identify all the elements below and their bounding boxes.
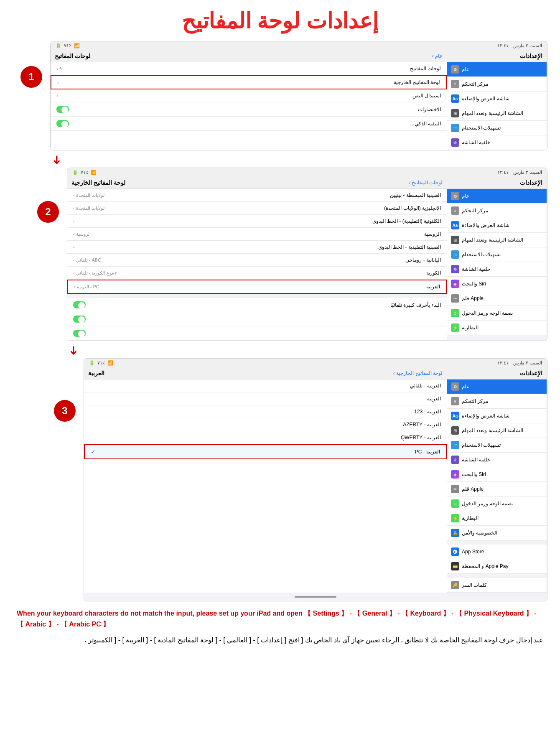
chinese-traditional-row[interactable]: الصينية التقليدية - الخط البدوي › (67, 241, 447, 254)
auto-caps-toggle[interactable] (73, 301, 86, 308)
settings-item-access-2[interactable]: تسهيلات الاستخدام ☜ (447, 247, 547, 262)
settings-item-home-2[interactable]: الشاشة الرئيسية وتعدد المهام ⊞ (447, 233, 547, 247)
toggle-row-3[interactable] (67, 326, 447, 341)
annotation-2: 2 ➔ (29, 168, 67, 217)
aa-icon-1: Aa (451, 94, 459, 103)
shortcuts-row-1[interactable]: الاختصارات (51, 102, 447, 117)
external-keyboard-row-1[interactable]: لوحة المفاتيح الخارجية › (51, 75, 447, 89)
settings-item-home-1[interactable]: الشاشة الرئيسية وتعدد المهام ⊞ (447, 106, 547, 121)
settings-item-pencil-3[interactable]: Apple قلم ✏ (447, 482, 547, 496)
annotation-1: 1 ➔ (13, 41, 50, 84)
settings-item-privacy-3[interactable]: الخصوصية والأمن 🔒 (447, 526, 547, 540)
keyboards-row-1[interactable]: لوحات المفاتيح ٩ › (51, 62, 447, 75)
flower-icon-2: ❊ (451, 265, 459, 273)
nav-back-1[interactable]: عام › (432, 53, 443, 59)
arabic-auto-row[interactable]: العربية - تلقائي (84, 379, 447, 392)
arabic-123-row[interactable]: العربية - 123 (84, 405, 447, 418)
settings-item-general-3[interactable]: عام ⚙ (447, 379, 547, 394)
japanese-row[interactable]: اليابانية - روماجي ABC - تلقائي › (67, 254, 447, 267)
panel-row-3: 3 ➔ 🔋 ٧١٪ 📶 السبت ٢ مارس ١٢:٤١ (13, 358, 547, 601)
text-replace-row-1[interactable]: استبدال النص › (51, 89, 447, 102)
grid-icon-1: ⊞ (451, 109, 459, 117)
chinese-simplified-row[interactable]: الصينية المبسطة - بينيين الولايات المتحد… (67, 189, 447, 202)
checkmark-icon-3: ✓ (91, 448, 96, 455)
toggle-2[interactable] (73, 316, 86, 323)
settings-item-battery-3[interactable]: البطارية ⚡ (447, 511, 547, 526)
aa-icon-2: Aa (451, 221, 459, 229)
arabic-panel-3: لوحة المفاتيح الخارجية › العربية العربية… (84, 367, 447, 593)
arabic-header-3: لوحة المفاتيح الخارجية › العربية (84, 367, 447, 379)
settings-item-key-3[interactable]: كلمات السر 🔑 (447, 578, 547, 593)
auto-caps-row[interactable]: البدء بأحرف كبيرة تلقائيًا (67, 298, 447, 312)
panel-row-1: 1 ➔ 🔋 ٧١٪ 📶 السبت ٢ مارس ١٢:٤١ (13, 41, 547, 150)
settings-item-home-3[interactable]: الشاشة الرئيسية وتعدد المهام ⊞ (447, 423, 547, 438)
nav-back-arabic-3[interactable]: لوحة المفاتيح الخارجية › (393, 370, 443, 376)
settings-item-control-1[interactable]: مركز التحكم ≡ (447, 77, 547, 92)
external-keyboard-chevron-1: › (57, 80, 59, 85)
settings-sidebar-1: الإعدادات عام ⚙ مركز التحكم ≡ شاشة العرض… (447, 50, 547, 150)
settings-item-access-1[interactable]: تسهيلات الاستخدام ☜ (447, 121, 547, 135)
siri-icon-2: ◈ (451, 280, 459, 288)
settings-item-control-3[interactable]: مركز التحكم ≡ (447, 394, 547, 409)
settings-item-wallpaper-3[interactable]: خلفية الشاشة ❊ (447, 453, 547, 467)
settings-item-display-1[interactable]: شاشة العرض والإضاءة Aa (447, 92, 547, 106)
toggle-3[interactable] (73, 330, 86, 337)
shortcuts-toggle-1[interactable] (56, 106, 69, 113)
settings-item-access-3[interactable]: تسهيلات الاستخدام ☜ (447, 438, 547, 453)
external-keyboard-label-1: لوحة المفاتيح الخارجية (394, 79, 440, 85)
pencil-icon-2: ✏ (451, 294, 459, 303)
korean-row[interactable]: الكورية ٢-نوع الكورية - تلقائي › (67, 267, 447, 280)
settings-item-pencil-2[interactable]: Apple قلم ✏ (447, 291, 547, 306)
settings-item-siri-2[interactable]: Siri والبحث ◈ (447, 277, 547, 291)
ext-keyboard-header-2: لوحات المفاتيح › لوحة المفاتيح الخارجية (67, 177, 447, 189)
arabic-plain-row[interactable]: العربية (84, 392, 447, 405)
arabic-qwerty-row[interactable]: العربية - QWERTY (84, 431, 447, 444)
scroll-bar (295, 596, 336, 598)
nav-back-ext-2[interactable]: لوحات المفاتيح › (408, 180, 443, 186)
arrow-between-1-2: ➔ (13, 153, 547, 167)
autocorrect-toggle-1[interactable] (56, 120, 69, 127)
sidebar-gap-3 (447, 540, 547, 545)
screen-layout-1: الإعدادات عام ⚙ مركز التحكم ≡ شاشة العرض… (51, 50, 547, 150)
step-badge-1: 1 (20, 66, 42, 88)
english-us-row[interactable]: الإنجليزية (الولايات المتحدة) الولايات ا… (67, 202, 447, 215)
arabic-row-2[interactable]: العربية PC - العربية › (67, 280, 447, 294)
status-bar-1: 🔋 ٧١٪ 📶 السبت ٢ مارس ١٢:٤١ (51, 41, 547, 50)
external-keyboard-panel-2: لوحات المفاتيح › لوحة المفاتيح الخارجية … (67, 177, 447, 341)
status-right: 🔋 ٧١٪ 📶 (56, 43, 80, 48)
settings-item-appstore-3[interactable]: App Store 🅐 (447, 545, 547, 559)
settings-item-display-2[interactable]: شاشة العرض والإضاءة Aa (447, 218, 547, 233)
settings-item-siri-3[interactable]: Siri والبحث ◈ (447, 467, 547, 482)
step-badge-3: 3 (54, 400, 76, 422)
settings-label-general-1: عام (462, 66, 469, 72)
settings-item-applepay-3[interactable]: Apple Pay و المحفظة 💳 (447, 559, 547, 574)
settings-item-wallpaper-2[interactable]: خلفية الشاشة ❊ (447, 262, 547, 277)
down-arrow-2: ➔ (67, 346, 81, 355)
wifi-icon-2: 📶 (91, 170, 97, 175)
settings-item-wallpaper-1[interactable]: خلفية الشاشة ❊ (447, 135, 547, 150)
screen-layout-2: الإعدادات عام ⚙ مركز التحكم ≡ شاشة العرض… (67, 177, 547, 341)
panel-row-2: 2 ➔ 🔋 ٧١٪ 📶 السبت ٢ مارس ١٢:٤١ (13, 168, 547, 341)
toggle-row-2[interactable] (67, 312, 447, 326)
settings-item-control-2[interactable]: مركز التحكم ≡ (447, 204, 547, 218)
russian-row[interactable]: الروسية الروسية › (67, 228, 447, 241)
settings-item-face-2[interactable]: بصمة الوجه ورمز الدخول ☺ (447, 306, 547, 321)
battery-icon: 🔋 (56, 43, 61, 48)
settings-sidebar-3: الإعدادات عام ⚙ مركز التحكم ≡ شاشة العرض… (447, 367, 547, 593)
sliders-icon-1: ≡ (451, 80, 459, 88)
status-date: السبت ٢ مارس ١٢:٤١ (497, 43, 542, 48)
screenshots-stack: 1 ➔ 🔋 ٧١٪ 📶 السبت ٢ مارس ١٢:٤١ (13, 41, 547, 601)
settings-item-display-3[interactable]: شاشة العرض والإضاءة Aa (447, 409, 547, 423)
settings-item-face-3[interactable]: بصمة الوجه ورمز الدخول ☺ (447, 496, 547, 511)
arabic-pc-row[interactable]: العربية - PC ✓ (84, 444, 447, 459)
step-badge-2: 2 (37, 201, 59, 223)
settings-header-1: الإعدادات (447, 50, 547, 62)
text-replace-label-1: استبدال النص (412, 93, 441, 99)
celtic-row[interactable]: الكلتونية (التقليدية) - الخط البدوي › (67, 215, 447, 228)
keyboard-title-1: لوحات المفاتيح (55, 53, 90, 59)
settings-item-general-1[interactable]: عام ⚙ (447, 62, 547, 77)
autocorrect-row-1[interactable]: التنقيه الذكي... (51, 117, 447, 131)
settings-item-battery-2[interactable]: البطارية ⚡ (447, 321, 547, 335)
settings-item-general-2[interactable]: عام ⚙ (447, 189, 547, 204)
arabic-azerty-row[interactable]: العربية - AZERTY (84, 418, 447, 431)
